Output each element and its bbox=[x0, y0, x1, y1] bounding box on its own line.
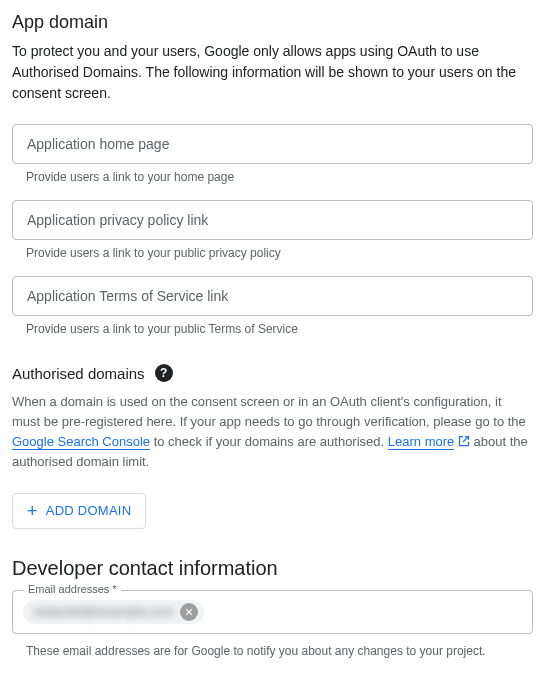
google-search-console-link[interactable]: Google Search Console bbox=[12, 434, 150, 450]
privacy-input[interactable] bbox=[12, 200, 533, 240]
external-link-icon bbox=[454, 434, 470, 449]
app-domain-title: App domain bbox=[12, 12, 533, 33]
tos-field: Provide users a link to your public Term… bbox=[12, 276, 533, 336]
privacy-helper: Provide users a link to your public priv… bbox=[12, 246, 533, 260]
email-chip: redacted@example.com bbox=[23, 600, 204, 624]
email-chip-text: redacted@example.com bbox=[33, 604, 174, 619]
app-domain-description: To protect you and your users, Google on… bbox=[12, 41, 533, 104]
authorised-domains-title: Authorised domains bbox=[12, 365, 145, 382]
authorised-text-mid: to check if your domains are authorised. bbox=[150, 434, 388, 449]
tos-helper: Provide users a link to your public Term… bbox=[12, 322, 533, 336]
add-domain-button[interactable]: + ADD DOMAIN bbox=[12, 493, 146, 529]
plus-icon: + bbox=[27, 502, 38, 520]
learn-more-link[interactable]: Learn more bbox=[388, 434, 454, 450]
authorised-domains-section: Authorised domains ? When a domain is us… bbox=[12, 364, 533, 557]
developer-contact-section: Developer contact information Email addr… bbox=[12, 557, 533, 658]
authorised-domains-description: When a domain is used on the consent scr… bbox=[12, 392, 533, 473]
email-addresses-label: Email addresses * bbox=[24, 583, 121, 595]
remove-email-icon[interactable] bbox=[180, 603, 198, 621]
help-icon[interactable]: ? bbox=[155, 364, 173, 382]
email-addresses-field[interactable]: Email addresses * redacted@example.com bbox=[12, 590, 533, 634]
tos-input[interactable] bbox=[12, 276, 533, 316]
add-domain-label: ADD DOMAIN bbox=[46, 503, 132, 518]
home-page-helper: Provide users a link to your home page bbox=[12, 170, 533, 184]
email-helper-text: These email addresses are for Google to … bbox=[12, 644, 533, 658]
developer-contact-title: Developer contact information bbox=[12, 557, 533, 580]
home-page-field: Provide users a link to your home page bbox=[12, 124, 533, 184]
home-page-input[interactable] bbox=[12, 124, 533, 164]
privacy-field: Provide users a link to your public priv… bbox=[12, 200, 533, 260]
authorised-text-pre: When a domain is used on the consent scr… bbox=[12, 394, 526, 429]
app-domain-section: App domain To protect you and your users… bbox=[12, 12, 533, 336]
